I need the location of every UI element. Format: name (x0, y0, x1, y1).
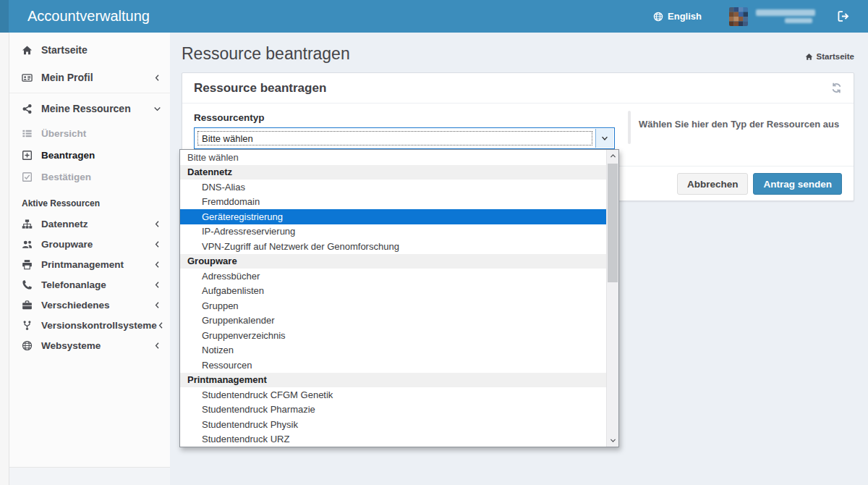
optgroup-datennetz: Datennetz (180, 165, 606, 180)
sidebar-item-websysteme[interactable]: Websysteme (9, 335, 170, 355)
navbar-right: English (653, 0, 849, 33)
panel-title: Ressource beantragen (194, 81, 326, 96)
code-fork-icon (22, 320, 33, 331)
breadcrumb[interactable]: Startseite (805, 52, 854, 61)
resource-type-dropdown-popup: Bitte wählenDatennetzDNS-AliasFremddomai… (179, 149, 619, 447)
sidebar-item-label: Meine Ressourcen (41, 103, 131, 114)
sidebar-item-uebersicht[interactable]: Übersicht (9, 122, 170, 144)
printer-icon (22, 259, 33, 270)
sidebar-item-versionskontrollsysteme[interactable]: Versionskontrollsysteme (9, 315, 170, 335)
breadcrumb-label: Startseite (817, 52, 854, 61)
chevron-left-icon (153, 220, 161, 228)
briefcase-icon (22, 300, 33, 311)
app-window: Accountverwaltung English StartseiteMein… (0, 0, 868, 485)
option-vpn-zugriff-genomforschung[interactable]: VPN-Zugriff auf Netzwerk der Genomforsch… (180, 239, 606, 254)
sidebar-item-label: Websysteme (41, 340, 101, 351)
refresh-icon[interactable] (831, 83, 842, 93)
sidebar-item-label: Mein Profil (41, 72, 93, 83)
logout-button[interactable] (837, 10, 849, 22)
app-title: Accountverwaltung (27, 0, 150, 33)
sidebar-item-bestaetigen[interactable]: Bestätigen (9, 166, 170, 187)
submit-button[interactable]: Antrag senden (753, 173, 842, 195)
scroll-up-button[interactable] (607, 150, 618, 162)
navbar-logo-strip (0, 0, 9, 33)
sidebar-item-beantragen[interactable]: Beantragen (9, 144, 170, 166)
sidebar-resources-menu: DatennetzGroupwarePrintmanagementTelefon… (9, 214, 170, 355)
option-ip-adressreservierung[interactable]: IP-Adressreservierung (180, 224, 606, 240)
chevron-left-icon (153, 240, 161, 248)
option-bitte-waehlen[interactable]: Bitte wählen (180, 150, 606, 165)
user-name-blur-line (785, 18, 812, 23)
sidebar-item-label: Telefonanlage (41, 279, 106, 290)
home-icon (805, 53, 813, 61)
option-studentendruck-cfgm-genetik[interactable]: Studentendruck CFGM Genetik (180, 387, 606, 402)
panel-header: Ressource beantragen (182, 73, 854, 104)
sidebar-item-label: Beantragen (41, 150, 95, 161)
option-notizen[interactable]: Notizen (180, 343, 606, 358)
dropdown-scrollbar[interactable] (606, 150, 618, 447)
option-studentendruck-urz[interactable]: Studentendruck URZ (180, 432, 606, 447)
option-studentendruck-pharmazie[interactable]: Studentendruck Pharmazie (180, 402, 606, 418)
sidebar-item-label: Versionskontrollsysteme (41, 320, 157, 331)
sidebar-item-printmanagement[interactable]: Printmanagement (9, 254, 170, 274)
sidebar-item-groupware[interactable]: Groupware (9, 234, 170, 254)
option-gruppenkalender[interactable]: Gruppenkalender (180, 313, 606, 329)
chevron-left-icon (153, 261, 161, 269)
globe-icon (22, 340, 33, 351)
list-icon (22, 128, 33, 139)
sidebar-item-label: Bestätigen (41, 172, 91, 182)
option-dns-alias[interactable]: DNS-Alias (180, 180, 606, 195)
sidebar-item-meine-ressourcen[interactable]: Meine Ressourcen (9, 95, 170, 122)
main-content: Ressource beantragen Startseite Ressourc… (170, 33, 868, 485)
sidebar-item-label: Verschiedenes (41, 300, 110, 311)
globe-icon (653, 12, 663, 22)
resource-type-select[interactable]: Bitte wählen (194, 127, 615, 149)
home-icon (22, 45, 33, 56)
sidebar-section-label: Aktive Ressourcen (9, 187, 170, 214)
sidebar-gutter (0, 33, 9, 485)
chevron-down-icon (153, 105, 161, 113)
sidebar-item-verschiedenes[interactable]: Verschiedenes (9, 295, 170, 315)
dropdown-option-list: Bitte wählenDatennetzDNS-AliasFremddomai… (180, 150, 606, 447)
id-card-icon (22, 72, 33, 83)
sidebar-item-startseite[interactable]: Startseite (9, 36, 170, 64)
scroll-down-button[interactable] (607, 434, 618, 447)
sidebar-divider (9, 93, 170, 93)
sidebar-item-telefonanlage[interactable]: Telefonanlage (9, 274, 170, 295)
top-navbar: Accountverwaltung English (0, 0, 868, 33)
language-switcher[interactable]: English (653, 11, 702, 22)
option-aufgabenlisten[interactable]: Aufgabenlisten (180, 284, 606, 299)
option-fremddomain[interactable]: Fremddomain (180, 195, 606, 210)
sidebar-item-label: Groupware (41, 239, 93, 250)
sidebar-item-mein-profil[interactable]: Mein Profil (9, 64, 170, 91)
option-gruppen[interactable]: Gruppen (180, 298, 606, 313)
users-icon (22, 239, 33, 250)
chevron-left-icon (153, 342, 161, 350)
resource-type-label: Ressourcentyp (194, 112, 265, 123)
option-geraeteregistrierung[interactable]: Geräteregistrierung (180, 209, 606, 224)
select-dropdown-button[interactable] (595, 129, 613, 148)
chevron-left-icon (153, 301, 161, 309)
sidebar-item-datennetz[interactable]: Datennetz (9, 214, 170, 234)
cancel-button[interactable]: Abbrechen (677, 173, 749, 195)
sidebar-item-label: Printmanagement (41, 259, 124, 270)
chevron-left-icon (157, 321, 165, 329)
chevron-left-icon (153, 74, 161, 82)
check-square-icon (22, 172, 33, 182)
plus-square-icon (22, 150, 33, 161)
avatar (729, 7, 748, 26)
chevron-left-icon (153, 281, 161, 289)
option-ressourcen[interactable]: Ressourcen (180, 358, 606, 373)
sitemap-icon (22, 219, 33, 229)
user-menu[interactable] (729, 7, 815, 26)
sidebar-footer (9, 468, 170, 485)
select-current-value: Bitte wählen (197, 131, 592, 146)
chevron-down-icon (601, 135, 608, 142)
scrollbar-thumb[interactable] (608, 164, 618, 282)
user-name-redacted (756, 9, 815, 23)
sidebar: StartseiteMein ProfilMeine RessourcenÜbe… (9, 33, 170, 485)
option-adressbuecher[interactable]: Adressbücher (180, 269, 606, 284)
sidebar-item-label: Startseite (41, 44, 88, 56)
option-studentendruck-physik[interactable]: Studentendruck Physik (180, 417, 606, 432)
option-gruppenverzeichnis[interactable]: Gruppenverzeichnis (180, 328, 606, 343)
